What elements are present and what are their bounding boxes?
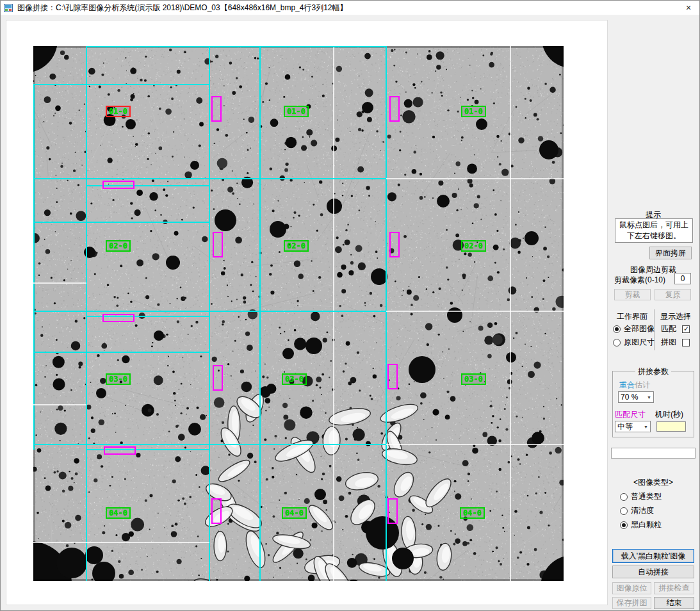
match-size-value: 中等 (615, 421, 642, 432)
radio-selected-icon (620, 521, 628, 529)
auto-stitch-button[interactable]: 自动拼接 (612, 566, 694, 578)
estimate-label: 估计 (635, 380, 650, 389)
app-icon (4, 3, 13, 13)
restore-button[interactable]: 复原 (655, 289, 691, 300)
crop-pixels-input[interactable] (674, 273, 691, 284)
radio-icon (620, 493, 628, 501)
control-panel: 提示 鼠标点图后，可用上下左右键移图。 界面拷屏 图像周边剪裁 剪裁像素(0-1… (611, 15, 696, 610)
radio-selected-icon (613, 325, 621, 333)
image-workspace: 01-001-001-002-002-002-003-003-003-004-0… (6, 20, 608, 605)
time-label: 机时(秒) (655, 409, 683, 420)
display-title: 显示选择 (656, 311, 696, 322)
checkbox-match[interactable]: 匹配 (661, 323, 690, 334)
checkbox-checked-icon (682, 325, 690, 333)
radio-all-images-label: 全部图像 (624, 323, 655, 334)
match-size-label: 匹配尺寸 (615, 409, 646, 420)
workspace-title: 工作界面 (611, 311, 653, 322)
close-button[interactable]: × (678, 1, 699, 15)
radio-normal-type-label: 普通类型 (631, 491, 662, 502)
message-box (611, 448, 696, 459)
checkbox-match-label: 匹配 (661, 323, 676, 334)
radio-normal-type[interactable]: 普通类型 (620, 491, 662, 502)
checkbox-unchecked-icon (682, 339, 690, 346)
radio-original-size[interactable]: 原图尺寸 (613, 337, 655, 348)
overlap-label: 重合 (619, 380, 635, 389)
mosaic-stage: 01-001-001-002-002-002-003-003-003-004-0… (33, 46, 564, 581)
save-mosaic-button[interactable]: 保存拼图 (612, 597, 651, 609)
radio-bw-particles-label: 黑白颗粒 (631, 519, 662, 530)
radio-icon (613, 339, 621, 346)
titlebar: 图像拼接：C:\孔隙率图像分析系统(演示版 2018)\DEMO_03【648x… (1, 1, 699, 15)
crop-pixels-label: 剪裁像素(0-10) (614, 275, 665, 286)
end-button[interactable]: 结束 (654, 597, 694, 609)
stitch-check-button[interactable]: 拼接检查 (654, 582, 694, 594)
overlap-estimate-label: 重合估计 (619, 380, 650, 391)
load-bw-particles-button[interactable]: 载入'黑白颗粒'图像 (612, 549, 694, 563)
radio-all-images[interactable]: 全部图像 (613, 323, 655, 334)
overlap-select[interactable]: 70 % ▼ (618, 391, 654, 403)
radio-bw-particles[interactable]: 黑白颗粒 (620, 519, 662, 530)
chevron-down-icon: ▼ (645, 395, 653, 400)
overlap-value: 70 % (619, 393, 645, 402)
time-input[interactable] (656, 421, 686, 432)
radio-original-size-label: 原图尺寸 (624, 337, 655, 348)
window-title: 图像拼接：C:\孔隙率图像分析系统(演示版 2018)\DEMO_03【648x… (17, 3, 347, 13)
radio-icon (620, 507, 628, 515)
crop-button[interactable]: 剪裁 (614, 289, 651, 300)
radio-cleanliness-label: 清洁度 (631, 505, 654, 516)
client-area: 01-001-001-002-002-002-003-003-003-004-0… (1, 15, 699, 610)
checkbox-mosaic[interactable]: 拼图 (661, 337, 690, 348)
image-type-title: <图像类型> (611, 477, 696, 488)
radio-cleanliness[interactable]: 清洁度 (620, 505, 654, 516)
screen-copy-button[interactable]: 界面拷屏 (649, 247, 692, 259)
match-size-select[interactable]: 中等 ▼ (615, 421, 651, 432)
checkbox-mosaic-label: 拼图 (661, 337, 676, 348)
specimen-canvas[interactable] (33, 46, 564, 581)
app-window: 图像拼接：C:\孔隙率图像分析系统(演示版 2018)\DEMO_03【648x… (0, 0, 700, 611)
stitch-params-title: 拼接参数 (635, 366, 671, 377)
hint-text: 鼠标点图后，可用上下左右键移图。 (615, 218, 693, 243)
chevron-down-icon: ▼ (642, 425, 650, 429)
image-origin-button[interactable]: 图像原位 (612, 582, 651, 594)
stitch-params-group: 拼接参数 重合估计 70 % ▼ 匹配尺寸 机时(秒) 中等 ▼ (612, 371, 694, 437)
